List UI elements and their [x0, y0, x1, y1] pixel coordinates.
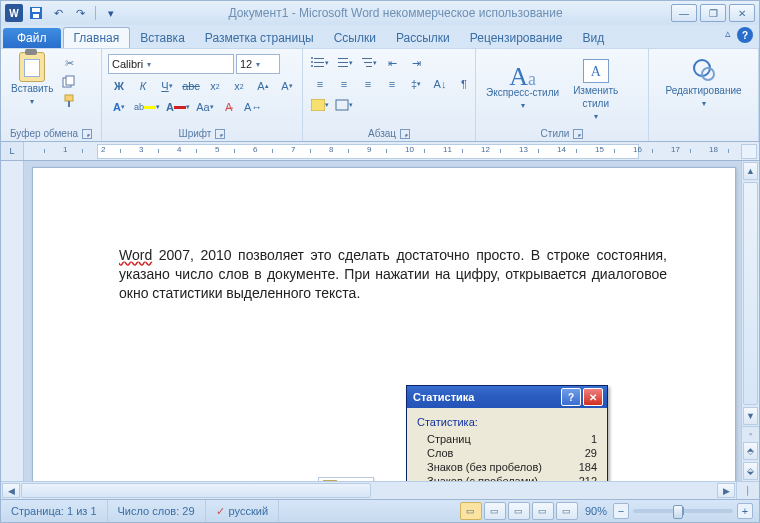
copy-icon[interactable]	[61, 74, 77, 90]
horizontal-scrollbar[interactable]: ◀ ▶ │	[1, 481, 759, 499]
font-launcher-icon[interactable]	[215, 129, 225, 139]
prev-page-icon[interactable]: ⬘	[743, 442, 758, 460]
highlight-button[interactable]: ab▾	[132, 98, 162, 116]
strike-button[interactable]: abc	[180, 77, 202, 95]
sort-button[interactable]: A↓	[429, 75, 451, 93]
tab-review[interactable]: Рецензирование	[460, 28, 573, 48]
zoom-out-button[interactable]: −	[613, 503, 629, 519]
paragraph-launcher-icon[interactable]	[400, 129, 410, 139]
shrink-font-button[interactable]: A▾	[276, 77, 298, 95]
text-effects-button[interactable]: A▾	[108, 98, 130, 116]
cut-icon[interactable]: ✂	[61, 55, 77, 71]
split-handle[interactable]: │	[736, 482, 759, 499]
paragraph-group-label: Абзац	[368, 128, 396, 139]
align-center-button[interactable]: ≡	[333, 75, 355, 93]
status-word-count[interactable]: Число слов: 29	[108, 500, 206, 522]
status-page[interactable]: Страница: 1 из 1	[1, 500, 108, 522]
borders-button[interactable]: ▾	[333, 96, 355, 114]
tab-home[interactable]: Главная	[63, 27, 131, 48]
dialog-titlebar[interactable]: Статистика ? ✕	[407, 386, 607, 408]
bullets-button[interactable]: ▾	[309, 54, 331, 72]
undo-icon[interactable]: ↶	[49, 4, 67, 22]
bold-button[interactable]: Ж	[108, 77, 130, 95]
increase-indent-button[interactable]: ⇥	[405, 54, 427, 72]
scroll-right-icon[interactable]: ▶	[717, 483, 735, 498]
superscript-button[interactable]: x2	[228, 77, 250, 95]
line-spacing-button[interactable]: ‡▾	[405, 75, 427, 93]
align-left-button[interactable]: ≡	[309, 75, 331, 93]
page: Word 2007, 2010 позволяет это сделать до…	[32, 167, 736, 481]
dialog-help-button[interactable]: ?	[561, 388, 581, 406]
view-print-layout-icon[interactable]: ▭	[460, 502, 482, 520]
tab-file[interactable]: Файл	[3, 28, 61, 48]
save-icon[interactable]	[27, 4, 45, 22]
tab-mailings[interactable]: Рассылки	[386, 28, 460, 48]
hscroll-thumb[interactable]	[21, 483, 371, 498]
font-size-combo[interactable]: 12▾	[236, 54, 280, 74]
tab-selector[interactable]: L	[1, 142, 24, 160]
close-window-button[interactable]: ✕	[729, 4, 755, 22]
multilevel-button[interactable]: ▾	[357, 54, 379, 72]
stat-row: Страниц1	[417, 432, 597, 446]
numbering-button[interactable]: ▾	[333, 54, 355, 72]
ruler-toggle-icon[interactable]	[741, 144, 757, 159]
stat-key: Знаков (с пробелами)	[427, 475, 538, 481]
zoom-percent[interactable]: 90%	[585, 505, 607, 517]
font-color-button[interactable]: A▾	[164, 98, 192, 116]
zoom-in-button[interactable]: +	[737, 503, 753, 519]
binoculars-icon	[691, 57, 717, 83]
align-right-button[interactable]: ≡	[357, 75, 379, 93]
shading-button[interactable]: ▾	[309, 96, 331, 114]
paste-button[interactable]: Вставить ▾	[7, 51, 57, 109]
show-marks-button[interactable]: ¶	[453, 75, 475, 93]
redo-icon[interactable]: ↷	[71, 4, 89, 22]
underline-button[interactable]: Ч ▾	[156, 77, 178, 95]
view-outline-icon[interactable]: ▭	[532, 502, 554, 520]
dialog-close-x-button[interactable]: ✕	[583, 388, 603, 406]
vertical-scrollbar[interactable]: ▲ ▼ ◦ ⬘ ⬙	[741, 161, 759, 481]
tab-insert[interactable]: Вставка	[130, 28, 195, 48]
vertical-ruler[interactable]	[1, 161, 24, 481]
browse-object-icon[interactable]: ◦	[742, 427, 759, 441]
italic-button[interactable]: К	[132, 77, 154, 95]
stat-value: 184	[579, 461, 597, 473]
minimize-button[interactable]: —	[671, 4, 697, 22]
font-name-combo[interactable]: Calibri▾	[108, 54, 234, 74]
tab-references[interactable]: Ссылки	[324, 28, 386, 48]
status-language[interactable]: ✓русский	[206, 500, 279, 522]
quick-styles-button[interactable]: Aa Экспресс-стили▾	[482, 69, 563, 113]
stat-value: 212	[579, 475, 597, 481]
next-page-icon[interactable]: ⬙	[743, 462, 758, 480]
qat-customize-icon[interactable]: ▾	[102, 4, 120, 22]
format-painter-icon[interactable]	[61, 93, 77, 109]
change-styles-button[interactable]: A Изменить стили▾	[569, 57, 622, 124]
justify-button[interactable]: ≡	[381, 75, 403, 93]
scroll-down-icon[interactable]: ▼	[743, 407, 758, 425]
styles-launcher-icon[interactable]	[573, 129, 583, 139]
clipboard-launcher-icon[interactable]	[82, 129, 92, 139]
view-reading-icon[interactable]: ▭	[484, 502, 506, 520]
scroll-up-icon[interactable]: ▲	[743, 162, 758, 180]
tab-layout[interactable]: Разметка страницы	[195, 28, 324, 48]
minimize-ribbon-icon[interactable]: ▵	[725, 27, 731, 43]
grow-font-button[interactable]: A▴	[252, 77, 274, 95]
app-icon[interactable]: W	[5, 4, 23, 22]
char-spacing-button[interactable]: A↔	[242, 98, 264, 116]
tab-view[interactable]: Вид	[572, 28, 614, 48]
body-text[interactable]: Word 2007, 2010 позволяет это сделать до…	[119, 246, 667, 303]
view-draft-icon[interactable]: ▭	[556, 502, 578, 520]
change-case-button[interactable]: Aa▾	[194, 98, 216, 116]
view-web-icon[interactable]: ▭	[508, 502, 530, 520]
horizontal-ruler[interactable]: L 123456789101112131415161718	[1, 142, 759, 161]
subscript-button[interactable]: x2	[204, 77, 226, 95]
scroll-thumb[interactable]	[743, 182, 758, 405]
document-area[interactable]: Word 2007, 2010 позволяет это сделать до…	[24, 161, 741, 481]
scroll-left-icon[interactable]: ◀	[2, 483, 20, 498]
paste-options-smarttag[interactable]: (Ctrl)▾	[318, 477, 374, 481]
zoom-slider[interactable]	[633, 509, 733, 513]
decrease-indent-button[interactable]: ⇤	[381, 54, 403, 72]
maximize-button[interactable]: ❐	[700, 4, 726, 22]
editing-button[interactable]: Редактирование▾	[661, 55, 745, 111]
clear-formatting-button[interactable]: A̶	[218, 98, 240, 116]
help-icon[interactable]: ?	[737, 27, 753, 43]
